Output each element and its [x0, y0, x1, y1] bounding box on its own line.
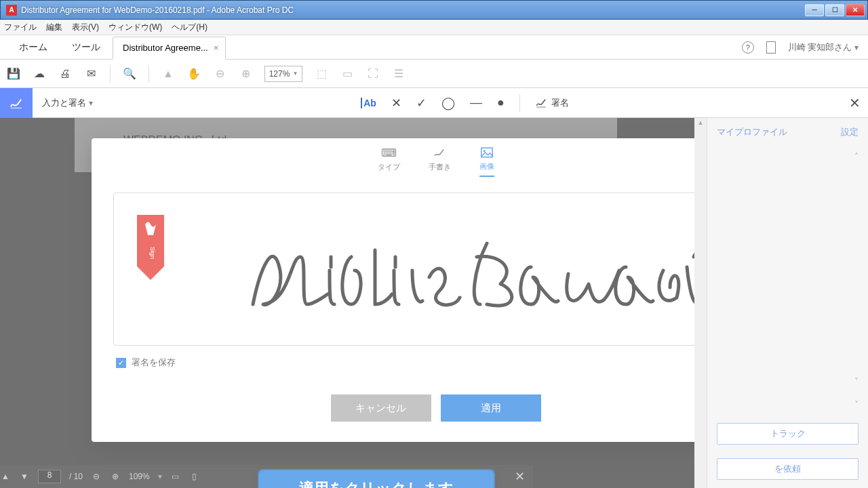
notifications-icon[interactable] [766, 41, 776, 54]
zoom-out-footer-icon[interactable]: ⊖ [91, 471, 102, 482]
side-panel: マイプロファイル 設定 ˄ ˅ ˅ トラック を依頼 [707, 118, 868, 488]
svg-point-1 [483, 150, 485, 152]
callout-text: 適用をクリックします [299, 479, 454, 488]
signature-dialog: ⌨ タイプ 手書き 画像 Sign [92, 138, 694, 442]
settings-link[interactable]: 設定 [841, 126, 859, 138]
adobe-sign-ribbon: Sign [137, 215, 164, 279]
chevron-up-icon[interactable]: ˄ [854, 152, 859, 161]
fill-sign-dropdown[interactable]: 入力と署名▾ [33, 97, 102, 109]
menu-help[interactable]: ヘルプ(H) [172, 22, 208, 33]
dialog-buttons: キャンセル 適用 [92, 394, 694, 422]
image-icon [479, 146, 494, 159]
keyboard-icon: ⌨ [381, 147, 396, 159]
maximize-button[interactable]: ☐ [825, 4, 844, 16]
document-tab[interactable]: Distributor Agreeme... × [113, 37, 226, 60]
close-footer-icon[interactable]: ✕ [515, 469, 525, 484]
svg-rect-0 [481, 148, 492, 157]
mail-icon[interactable]: ✉ [84, 67, 98, 81]
menu-edit[interactable]: 編集 [46, 22, 62, 33]
print-icon[interactable]: 🖨 [58, 67, 72, 81]
tab-home[interactable]: ホーム [7, 35, 60, 59]
next-page-icon[interactable]: ▼ [19, 471, 30, 482]
scrollbar[interactable]: ▲ [694, 118, 707, 488]
tab-type[interactable]: ⌨ タイプ [378, 147, 400, 176]
save-signature-row: ✓ 署名を保存 [116, 357, 694, 369]
track-button[interactable]: トラック [717, 423, 859, 445]
layout2-icon[interactable]: ▯ [189, 471, 200, 482]
fit-page-icon[interactable]: ▭ [340, 67, 354, 81]
chevron-down-icon[interactable]: ˅ [854, 377, 859, 386]
titlebar: A Distributor Agreement for WebDemo-2016… [0, 0, 868, 20]
dialog-tabs: ⌨ タイプ 手書き 画像 [92, 138, 694, 179]
zoom-select[interactable]: 127%▼ [264, 66, 302, 82]
page-total: / 10 [69, 472, 83, 481]
search-icon[interactable]: 🔍 [123, 67, 136, 81]
save-signature-checkbox[interactable]: ✓ [116, 358, 126, 368]
request-button[interactable]: を依頼 [717, 458, 859, 480]
document-area: WEBDEMO INC., Ltd. ▲ ▼ 8 / 10 ⊖ ⊕ 109%▾ … [0, 118, 868, 488]
pointer-icon[interactable]: ▲ [161, 67, 175, 81]
toolbar-separator [149, 65, 149, 83]
cross-tool[interactable]: ✕ [391, 96, 401, 110]
fullscreen-icon[interactable]: ⛶ [366, 67, 380, 81]
signature-image [250, 230, 694, 318]
zoom-out-icon[interactable]: ⊖ [213, 67, 226, 81]
document-tab-label: Distributor Agreeme... [123, 43, 208, 53]
user-menu[interactable]: 川崎 実知郎さん ▾ [788, 41, 859, 54]
circle-tool[interactable]: ◯ [441, 96, 455, 110]
fill-sign-icon [0, 88, 33, 118]
zoom-in-footer-icon[interactable]: ⊕ [110, 471, 121, 482]
tutorial-callout: 適用をクリックします [258, 469, 495, 488]
svg-text:Sign: Sign [149, 247, 156, 259]
sign-button[interactable]: 署名 [535, 97, 583, 109]
toolbar-separator [519, 94, 520, 112]
app-icon: A [6, 5, 17, 16]
hand-icon[interactable]: ✋ [187, 67, 201, 81]
menubar: ファイル 編集 表示(V) ウィンドウ(W) ヘルプ(H) [0, 20, 868, 35]
toolbar-separator [110, 65, 111, 83]
chevron-down-icon[interactable]: ˅ [854, 400, 859, 409]
maintabs: ホーム ツール Distributor Agreeme... × ? 川崎 実知… [0, 35, 868, 60]
my-profile-label[interactable]: マイプロファイル [717, 126, 787, 138]
line-tool[interactable]: ― [470, 96, 482, 110]
layout-icon[interactable]: ▭ [170, 471, 181, 482]
minimize-button[interactable]: ─ [805, 4, 824, 16]
menu-window[interactable]: ウィンドウ(W) [108, 22, 162, 33]
more-tools-icon[interactable]: ☰ [392, 67, 406, 81]
window-buttons: ─ ☐ ✕ [805, 4, 865, 16]
menu-view[interactable]: 表示(V) [72, 22, 99, 33]
save-icon[interactable]: 💾 [7, 67, 20, 81]
window-title: Distributor Agreement for WebDemo-201602… [21, 5, 805, 15]
zoom-in-icon[interactable]: ⊕ [239, 67, 252, 81]
check-tool[interactable]: ✓ [416, 96, 427, 110]
tab-image[interactable]: 画像 [479, 146, 494, 177]
zoom-value: 109% [129, 472, 150, 481]
fill-sign-bar: 入力と署名▾ Ab ✕ ✓ ◯ ― ● 署名 ✕ [0, 88, 868, 118]
cloud-icon[interactable]: ☁ [33, 67, 46, 81]
text-tool[interactable]: Ab [361, 98, 376, 108]
close-tab-icon[interactable]: × [214, 43, 219, 53]
help-icon[interactable]: ? [742, 41, 754, 54]
signature-preview: Sign 消去 [113, 192, 694, 346]
pen-icon [432, 147, 447, 159]
tab-tools[interactable]: ツール [60, 35, 113, 59]
tab-draw[interactable]: 手書き [429, 147, 451, 176]
apply-button[interactable]: 適用 [441, 394, 541, 422]
save-signature-label: 署名を保存 [132, 357, 176, 369]
dot-tool[interactable]: ● [497, 96, 505, 110]
close-window-button[interactable]: ✕ [846, 4, 865, 16]
menu-file[interactable]: ファイル [4, 22, 37, 33]
close-fill-sign-button[interactable]: ✕ [841, 95, 868, 111]
document-background: WEBDEMO INC., Ltd. ▲ ▼ 8 / 10 ⊖ ⊕ 109%▾ … [0, 118, 694, 488]
cancel-button[interactable]: キャンセル [331, 394, 431, 422]
toolbar: 💾 ☁ 🖨 ✉ 🔍 ▲ ✋ ⊖ ⊕ 127%▼ ⬚ ▭ ⛶ ☰ [0, 60, 868, 88]
fit-width-icon[interactable]: ⬚ [315, 67, 328, 81]
prev-page-icon[interactable]: ▲ [0, 471, 11, 482]
page-input[interactable]: 8 [38, 470, 61, 483]
scroll-up-icon[interactable]: ▲ [698, 119, 704, 126]
